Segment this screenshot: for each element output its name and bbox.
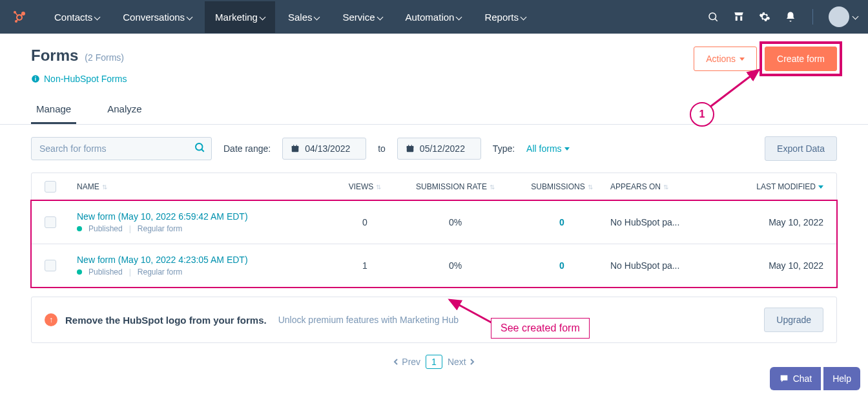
svg-point-13 [196, 143, 203, 151]
nav-item-conversations[interactable]: Conversations [112, 1, 202, 33]
calendar-icon [406, 144, 415, 153]
date-to-input[interactable]: 05/12/2022 [397, 138, 481, 160]
meta-divider: | [129, 267, 131, 277]
nav-divider [812, 9, 813, 25]
sort-icon: ⇅ [663, 183, 668, 191]
sort-icon: ⇅ [490, 183, 495, 191]
header-submission-rate[interactable]: SUBMISSION RATE⇅ [397, 182, 513, 191]
form-type: Regular form [138, 267, 182, 277]
top-navigation: Contacts Conversations Marketing Sales S… [0, 0, 868, 34]
chevron-left-icon [393, 359, 399, 365]
chevron-down-icon [95, 12, 99, 23]
views-value: 0 [362, 217, 367, 227]
form-status: Published [88, 224, 123, 233]
pagination: Prev 1 Next [31, 355, 837, 369]
avatar-icon [829, 6, 849, 27]
forms-count: (2 Forms) [85, 52, 124, 63]
nav-item-sales[interactable]: Sales [278, 1, 330, 33]
header-appears-on[interactable]: APPEARS ON⇅ [610, 182, 720, 191]
chevron-down-icon [853, 11, 858, 23]
create-form-button[interactable]: Create form [765, 47, 837, 71]
row-checkbox[interactable] [45, 260, 56, 271]
header-last-modified[interactable]: LAST MODIFIED [720, 182, 823, 191]
date-to-label: to [378, 143, 386, 154]
chevron-down-icon [315, 12, 319, 23]
svg-line-8 [715, 19, 718, 21]
chevron-down-icon [187, 12, 192, 23]
submissions-value[interactable]: 0 [559, 217, 564, 227]
annotation-see-created-form: See created form [491, 318, 590, 339]
views-value: 1 [362, 260, 367, 271]
status-dot-icon [77, 226, 82, 231]
row-checkbox[interactable] [45, 216, 56, 228]
select-all-checkbox[interactable] [45, 181, 56, 193]
page-number-current[interactable]: 1 [426, 355, 442, 369]
svg-rect-10 [740, 16, 742, 21]
calendar-icon [291, 144, 300, 153]
chat-widget[interactable]: Chat [770, 367, 822, 369]
nav-item-reports[interactable]: Reports [474, 1, 536, 33]
sort-icon: ⇅ [102, 183, 107, 191]
upgrade-banner: ↑ Remove the HubSpot logo from your form… [31, 297, 837, 343]
svg-rect-20 [407, 146, 414, 148]
chevron-down-icon [521, 12, 526, 23]
sort-icon: ⇅ [376, 183, 381, 191]
last-modified-value: May 10, 2022 [769, 217, 823, 227]
search-icon[interactable] [194, 141, 205, 156]
tab-manage[interactable]: Manage [31, 96, 76, 124]
non-hubspot-forms-link[interactable]: i Non-HubSpot Forms [31, 74, 127, 84]
status-dot-icon [77, 269, 82, 275]
form-type: Regular form [138, 224, 182, 233]
sort-icon: ⇅ [588, 183, 593, 191]
type-label: Type: [493, 143, 515, 154]
sort-desc-icon [818, 185, 823, 189]
banner-text: Unlock premium features with Marketing H… [278, 315, 459, 325]
nav-item-automation[interactable]: Automation [395, 1, 472, 33]
chevron-down-icon [260, 12, 265, 23]
table-row: New form (May 10, 2022 6:59:42 AM EDT)Pu… [32, 201, 836, 244]
form-name-link[interactable]: New form (May 10, 2022 4:23:05 AM EDT) [77, 255, 248, 265]
svg-line-14 [202, 149, 204, 152]
export-data-button[interactable]: Export Data [765, 136, 837, 161]
header-views[interactable]: VIEWS⇅ [333, 182, 397, 191]
hubspot-logo-icon[interactable] [10, 8, 28, 26]
type-filter[interactable]: All forms [526, 143, 569, 154]
chevron-down-icon [457, 12, 461, 23]
marketplace-icon[interactable] [732, 10, 745, 23]
notifications-bell-icon[interactable] [784, 10, 797, 23]
date-from-input[interactable]: 04/13/2022 [282, 138, 366, 160]
form-name-link[interactable]: New form (May 10, 2022 6:59:42 AM EDT) [77, 211, 248, 222]
form-status: Published [88, 267, 123, 277]
tab-analyze[interactable]: Analyze [102, 96, 147, 124]
submission-rate-value: 0% [449, 260, 462, 271]
svg-rect-9 [736, 16, 738, 21]
last-modified-value: May 10, 2022 [769, 260, 823, 271]
info-icon: i [31, 74, 40, 83]
chevron-right-icon [469, 359, 475, 365]
svg-point-7 [709, 13, 716, 20]
submissions-value[interactable]: 0 [559, 260, 564, 271]
annotation-step-1: 1 [690, 102, 714, 127]
nav-item-contacts[interactable]: Contacts [44, 1, 110, 33]
submission-rate-value: 0% [449, 217, 462, 227]
actions-button[interactable]: Actions [694, 47, 757, 71]
chevron-down-icon [378, 12, 382, 23]
search-input[interactable] [31, 137, 212, 160]
caret-down-icon [564, 147, 570, 151]
svg-rect-16 [292, 146, 299, 148]
table-row: New form (May 10, 2022 4:23:05 AM EDT)Pu… [32, 244, 836, 287]
header-submissions[interactable]: SUBMISSIONS⇅ [513, 182, 610, 191]
help-widget[interactable]: Help [823, 367, 860, 369]
appears-on-value: No HubSpot pa... [610, 260, 679, 271]
upgrade-button[interactable]: Upgrade [764, 308, 823, 332]
account-menu[interactable] [829, 6, 858, 27]
caret-down-icon [739, 58, 745, 61]
search-icon[interactable] [707, 10, 719, 23]
forms-table: NAME⇅ VIEWS⇅ SUBMISSION RATE⇅ SUBMISSION… [31, 173, 837, 288]
nav-item-service[interactable]: Service [332, 1, 392, 33]
nav-item-marketing[interactable]: Marketing [205, 1, 275, 33]
settings-gear-icon[interactable] [758, 10, 771, 23]
prev-page-button[interactable]: Prev [393, 357, 420, 367]
header-name[interactable]: NAME⇅ [77, 182, 333, 191]
next-page-button[interactable]: Next [448, 357, 475, 367]
